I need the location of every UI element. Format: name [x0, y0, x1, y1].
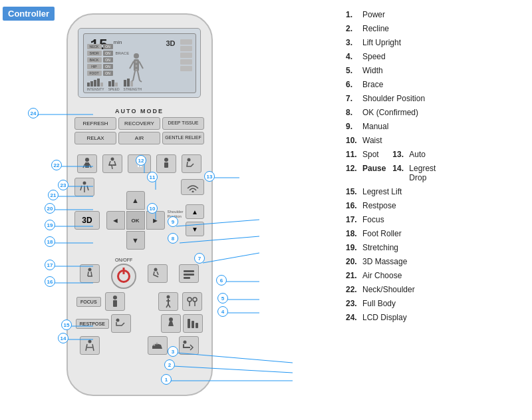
chair-icon-1	[106, 157, 118, 170]
lcd-bottom-bars: INTENSITY SPEED	[87, 79, 142, 91]
lcd-inner: 15 min 3D NECK ON SHDR ON BRACE	[83, 33, 196, 93]
label-24: 24. LCD Display	[346, 313, 432, 322]
label-6: 6. Brace	[346, 80, 432, 89]
person-recline-btn[interactable]	[111, 314, 131, 333]
lcd-left-panel: NECK ON SHDR ON BRACE BACK ON	[87, 44, 130, 76]
person-icon-btn-3[interactable]	[105, 292, 125, 311]
bottom-row-3: RESTPOSE	[74, 314, 204, 333]
svg-rect-27	[184, 277, 190, 279]
svg-point-17	[164, 158, 168, 162]
lcd-shdr-btn: SHDR	[87, 51, 102, 56]
label-14: 14. Legrest Drop	[392, 164, 436, 182]
labels-col-1: 1. Power 2. Recline 3. Lift Upright 4. S…	[346, 10, 432, 327]
recovery-btn[interactable]: RECOVERY	[118, 117, 160, 130]
person-icon-btn-4[interactable]	[161, 314, 181, 333]
refresh-btn[interactable]: REFRESH	[74, 117, 116, 130]
lcd-row-1: NECK ON	[87, 44, 130, 49]
num-21: 21	[48, 190, 59, 200]
foot-icon-btn[interactable]	[148, 336, 168, 355]
label-9: 9. Manual	[346, 122, 432, 131]
deep-tissue-btn[interactable]: DEEP TISSUE	[162, 117, 204, 130]
svg-point-22	[88, 268, 92, 271]
label-5: 5. Width	[346, 66, 432, 75]
num-12: 12	[136, 155, 146, 166]
num-16: 16	[45, 276, 55, 287]
labels-split-right: 13. Auto 14. Legrest Drop	[392, 150, 436, 187]
person-stand-btn[interactable]	[158, 292, 178, 311]
svg-point-19	[188, 158, 191, 162]
svg-point-10	[135, 69, 137, 71]
svg-point-39	[116, 319, 120, 322]
mode-buttons: REFRESH RECOVERY DEEP TISSUE RELAX AIR G…	[74, 117, 204, 144]
num-13: 13	[204, 171, 215, 182]
num-22: 22	[51, 160, 62, 170]
lcd-shdr-on: ON	[103, 51, 113, 56]
num-1: 1	[161, 374, 172, 385]
seat-icon-btn[interactable]	[80, 336, 100, 355]
bars-icon-btn[interactable]	[179, 264, 199, 283]
3d-btn[interactable]: 3D	[74, 211, 100, 230]
svg-line-14	[89, 164, 91, 168]
svg-rect-42	[192, 321, 194, 328]
arrow-down-btn[interactable]: ▼	[186, 222, 204, 236]
air-btn[interactable]: AIR	[118, 132, 160, 144]
massage-icon	[186, 296, 199, 308]
lcd-neck-on: ON	[103, 44, 113, 49]
lcd-right-btns	[180, 39, 192, 71]
right-arrow-btns: ▲ ▼	[186, 204, 204, 236]
person-icon-4	[165, 317, 177, 330]
num-24: 24	[28, 108, 39, 118]
label-4: 4. Speed	[346, 52, 432, 61]
svg-point-28	[113, 296, 117, 300]
recline2-icon-btn[interactable]	[179, 336, 199, 355]
focus-btn[interactable]: FOCUS	[76, 297, 101, 307]
recline-icon-btn[interactable]	[182, 154, 201, 173]
person-lean-btn[interactable]	[148, 264, 168, 283]
person-icon-btn-2[interactable]	[156, 154, 176, 173]
svg-point-20	[83, 182, 86, 185]
lcd-r3	[180, 53, 192, 58]
dpad-right-btn[interactable]: ►	[146, 211, 165, 230]
label-12: 12. Pause	[346, 164, 386, 173]
recline2-icon	[182, 339, 196, 351]
remote-body: 15 min 3D NECK ON SHDR ON BRACE	[66, 13, 213, 396]
label-22: 22. Neck/Shoulder	[346, 285, 432, 294]
num-15: 15	[61, 319, 72, 330]
relax-btn[interactable]: RELAX	[74, 132, 116, 144]
chair-icon-btn-1[interactable]	[102, 154, 122, 173]
svg-point-15	[111, 158, 114, 161]
restpose-btn[interactable]: RESTPOSE	[76, 319, 109, 329]
lcd-hip-btn: HIP	[87, 64, 102, 69]
gentle-relief-btn[interactable]: GENTLE RELIEF	[162, 132, 204, 144]
lcd-r1	[180, 39, 192, 45]
left-panel: Controller 15 min 3D NECK ON S	[0, 0, 346, 420]
arrow-up-btn[interactable]: ▲	[186, 204, 204, 219]
lcd-foot-btn: FOOT	[87, 71, 102, 76]
labels-split-row: 11. Spot 12. Pause 13. Auto 14. Legrest …	[346, 150, 432, 187]
lcd-row-5: FOOT ON	[87, 71, 130, 76]
svg-point-48	[183, 341, 186, 344]
svg-rect-26	[184, 274, 194, 276]
power-btn[interactable]	[111, 264, 136, 289]
label-20: 20. 3D Massage	[346, 257, 432, 266]
dpad-left-btn[interactable]: ◄	[106, 211, 125, 230]
label-18: 18. Foot Roller	[346, 229, 432, 238]
svg-point-35	[188, 298, 192, 302]
person-icon-2	[161, 157, 172, 170]
label-10: 10. Waist	[346, 136, 432, 145]
person-sit-btn[interactable]	[80, 264, 100, 283]
lcd-speed-label: SPEED	[108, 87, 120, 91]
vert-bars-icon	[186, 317, 200, 329]
ok-btn[interactable]: OK	[126, 211, 145, 230]
person-icon-btn-1[interactable]	[77, 154, 97, 173]
right-panel: 1. Power 2. Recline 3. Lift Upright 4. S…	[346, 10, 529, 409]
lcd-row-4: HIP ON	[87, 64, 130, 69]
power-icon	[117, 270, 130, 283]
dpad-up-btn[interactable]: ▲	[126, 191, 145, 210]
num-4: 4	[217, 306, 228, 317]
dpad-down-btn[interactable]: ▼	[126, 231, 145, 250]
svg-rect-12	[85, 162, 89, 168]
lcd-display: 15 min 3D NECK ON SHDR ON BRACE	[78, 28, 201, 98]
vert-bars-btn[interactable]	[183, 314, 203, 333]
massage-icon-btn[interactable]	[182, 292, 202, 311]
